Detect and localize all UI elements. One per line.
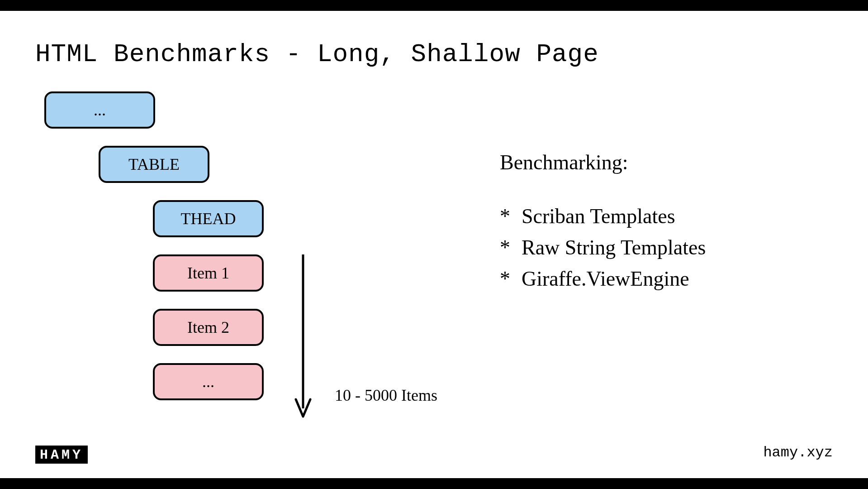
arrow-label: 10 - 5000 Items: [335, 386, 437, 405]
node-table: TABLE: [99, 146, 209, 183]
node-item2: Item 2: [153, 309, 264, 346]
letterbox-top: [0, 0, 868, 11]
bench-item-label: Raw String Templates: [522, 236, 706, 259]
node-more: ...: [153, 363, 264, 400]
node-root-label: ...: [94, 102, 106, 118]
bench-item: *Giraffe.ViewEngine: [500, 263, 706, 294]
bench-item: *Raw String Templates: [500, 232, 706, 263]
node-item1: Item 1: [153, 254, 264, 292]
benchmark-heading: Benchmarking:: [500, 147, 706, 178]
node-table-label: TABLE: [128, 156, 180, 173]
node-thead-label: THEAD: [181, 211, 236, 227]
logo: HAMY: [35, 446, 88, 464]
slide: HTML Benchmarks - Long, Shallow Page ...…: [0, 11, 868, 478]
bullet-asterisk: *: [500, 201, 522, 232]
letterbox-bottom: [0, 478, 868, 489]
bench-item-label: Giraffe.ViewEngine: [522, 267, 689, 290]
page-title: HTML Benchmarks - Long, Shallow Page: [35, 40, 599, 69]
node-root: ...: [44, 91, 155, 129]
node-thead: THEAD: [153, 200, 264, 237]
node-item2-label: Item 2: [187, 319, 229, 336]
arrow-down-icon: [294, 254, 312, 422]
bench-item: *Scriban Templates: [500, 201, 706, 232]
node-more-label: ...: [202, 374, 214, 390]
bullet-asterisk: *: [500, 263, 522, 294]
node-item1-label: Item 1: [187, 265, 229, 281]
bullet-asterisk: *: [500, 232, 522, 263]
benchmark-section: Benchmarking: *Scriban Templates *Raw St…: [500, 147, 706, 294]
site-url: hamy.xyz: [763, 444, 833, 461]
bench-item-label: Scriban Templates: [522, 205, 675, 228]
